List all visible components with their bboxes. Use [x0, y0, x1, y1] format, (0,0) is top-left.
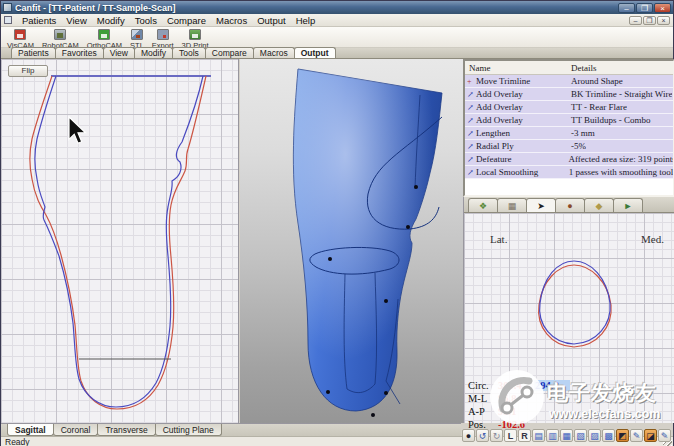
tab-output[interactable]: Output	[294, 47, 336, 58]
smoothing-icon: ↗	[467, 168, 475, 177]
tab-transverse[interactable]: Transverse	[97, 424, 155, 436]
tab-favorites[interactable]: Favorites	[55, 47, 104, 58]
child-restore-button[interactable]: ❐	[643, 16, 656, 25]
tab-tools[interactable]: Tools	[172, 47, 206, 58]
status-text: Ready	[5, 437, 30, 446]
pin-icon-tab[interactable]: ➤	[526, 198, 556, 212]
app-icon	[3, 3, 12, 12]
table-row[interactable]: ↗Radial Ply -5%	[465, 140, 673, 153]
measure-tool-icon[interactable]: ◪	[644, 429, 657, 442]
column-details[interactable]: Details	[569, 63, 597, 73]
view-cube-icon[interactable]: ▨	[588, 429, 601, 442]
measurement-readout: Circ. 300.4 294.8 M-L 96.8 A-P 95.1 Pos.…	[468, 379, 570, 431]
tab-cutting-plane[interactable]: Cutting Plane	[155, 424, 222, 436]
cross-section-panel: ❖ ▦ ➤ ● ◆ ► Lat. Med. Circ. 300.4 294.8 …	[463, 197, 674, 423]
canfit-window: Canfit - [TT-Patient / TT-Sample-Scan] –…	[0, 0, 674, 446]
model-3d-view[interactable]	[240, 59, 463, 423]
patch-icon-tab[interactable]: ◆	[584, 198, 614, 212]
patch-icon: ◆	[596, 201, 603, 211]
tab-compare[interactable]: Compare	[205, 47, 254, 58]
section-icon-tabs: ❖ ▦ ➤ ● ◆ ►	[464, 197, 674, 213]
table-row[interactable]: +Move Trimline Around Shape	[465, 75, 673, 88]
sphere-icon: ●	[567, 201, 572, 211]
overlay-icon: ↗	[467, 90, 475, 99]
arrow-icon: ►	[624, 201, 633, 211]
tab-patients[interactable]: Patients	[11, 47, 56, 58]
measurement-row-circ: Circ. 300.4 294.8	[468, 379, 570, 392]
table-row[interactable]: ↗Add Overlay TT Buildups - Combo	[465, 114, 673, 127]
table-row[interactable]: ↗Add Overlay TT - Rear Flare	[465, 101, 673, 114]
redo-icon[interactable]: ↻	[490, 429, 503, 442]
view-cube-icon[interactable]: ▤	[532, 429, 545, 442]
flower-icon-tab[interactable]: ❖	[468, 198, 498, 212]
left-side-button[interactable]: L	[504, 429, 517, 442]
pen-tool-icon[interactable]: ✎	[658, 429, 671, 442]
table-row[interactable]: ↗Lengthen -3 mm	[465, 127, 673, 140]
menu-item-patients[interactable]: Patients	[17, 15, 61, 26]
arrow-icon-tab[interactable]: ►	[613, 198, 643, 212]
table-row[interactable]: ↗Local Smoothing 1 passes with smoothing…	[465, 166, 673, 179]
menu-item-compare[interactable]: Compare	[162, 15, 211, 26]
prosthetic-model	[240, 59, 463, 423]
menu-item-macros[interactable]: Macros	[211, 15, 252, 26]
child-window-controls: – ❐ ×	[629, 16, 670, 25]
export-floppy-icon	[157, 29, 169, 40]
sagittal-view[interactable]: Flip	[1, 59, 239, 423]
view-cube-icon[interactable]: ▥	[546, 429, 559, 442]
flower-icon: ❖	[479, 201, 487, 211]
sphere-icon-tab[interactable]: ●	[555, 198, 585, 212]
menu-item-help[interactable]: Help	[291, 15, 321, 26]
stl-image-icon	[131, 29, 143, 40]
medial-label: Med.	[641, 233, 664, 245]
pin-tool-icon[interactable]: ●	[462, 429, 475, 442]
window-title: Canfit - [TT-Patient / TT-Sample-Scan]	[15, 3, 176, 13]
sagittal-outline-canvas	[1, 59, 239, 423]
defeature-icon: ↗	[467, 155, 475, 164]
ribbon-tab-bar: Patients Favorites View Modify Tools Com…	[1, 48, 673, 59]
radial-ply-icon: ↗	[467, 142, 475, 151]
selected-value: 294.8	[534, 380, 570, 391]
red-floppy-icon	[14, 29, 26, 40]
tab-view[interactable]: View	[103, 47, 135, 58]
cross-section-view[interactable]: Lat. Med. Circ. 300.4 294.8 M-L 96.8 A-	[464, 213, 674, 423]
menu-item-modify[interactable]: Modify	[92, 15, 130, 26]
window-controls: – ❐ ×	[618, 3, 671, 13]
view-cube-icon[interactable]: ▦	[560, 429, 573, 442]
view-cube-icon[interactable]: ▧	[574, 429, 587, 442]
child-minimize-button[interactable]: –	[629, 16, 642, 25]
grid-icon-tab[interactable]: ▦	[497, 198, 527, 212]
column-name[interactable]: Name	[465, 63, 569, 73]
menu-item-tools[interactable]: Tools	[130, 15, 162, 26]
lateral-label: Lat.	[490, 233, 507, 245]
maximize-button[interactable]: ❐	[636, 3, 653, 13]
menu-item-output[interactable]: Output	[252, 15, 291, 26]
history-header: Name Details	[465, 61, 673, 75]
tab-sagittal[interactable]: Sagittal	[7, 424, 54, 436]
table-row[interactable]: ↗Add Overlay BK Trimline - Straight Wire	[465, 88, 673, 101]
history-panel: Name Details +Move Trimline Around Shape…	[463, 59, 674, 197]
undo-icon[interactable]: ↺	[476, 429, 489, 442]
green-floppy-icon	[98, 29, 110, 40]
printer-icon	[189, 29, 201, 40]
tab-macros[interactable]: Macros	[253, 47, 295, 58]
plane-tab-bar: Sagittal Coronal Transverse Cutting Plan…	[1, 423, 461, 436]
bottom-right-toolbar: ● ↺ ↻ L R ▤ ▥ ▦ ▧ ▨ ▩ ◩ ✎ ◪ ✎	[462, 427, 671, 444]
table-row[interactable]: ↗Defeature Affected area size: 319 point…	[465, 153, 673, 166]
robot-icon	[54, 29, 66, 40]
title-bar: Canfit - [TT-Patient / TT-Sample-Scan] –…	[1, 1, 673, 14]
lengthen-icon: ↗	[467, 129, 475, 138]
tab-coronal[interactable]: Coronal	[53, 424, 99, 436]
child-close-button[interactable]: ×	[657, 16, 670, 25]
pen-tool-icon[interactable]: ✎	[630, 429, 643, 442]
minimize-button[interactable]: –	[618, 3, 635, 13]
grid-icon: ▦	[508, 201, 517, 211]
menu-item-view[interactable]: View	[61, 15, 91, 26]
flip-button[interactable]: Flip	[8, 65, 48, 77]
view-cube-icon[interactable]: ▩	[602, 429, 615, 442]
right-side-button[interactable]: R	[518, 429, 531, 442]
close-button[interactable]: ×	[654, 3, 671, 13]
menu-bar: Patients View Modify Tools Compare Macro…	[1, 14, 673, 27]
measurement-row-ml: M-L 96.8	[468, 392, 570, 405]
tab-modify[interactable]: Modify	[134, 47, 173, 58]
measure-tool-icon[interactable]: ◩	[616, 429, 629, 442]
